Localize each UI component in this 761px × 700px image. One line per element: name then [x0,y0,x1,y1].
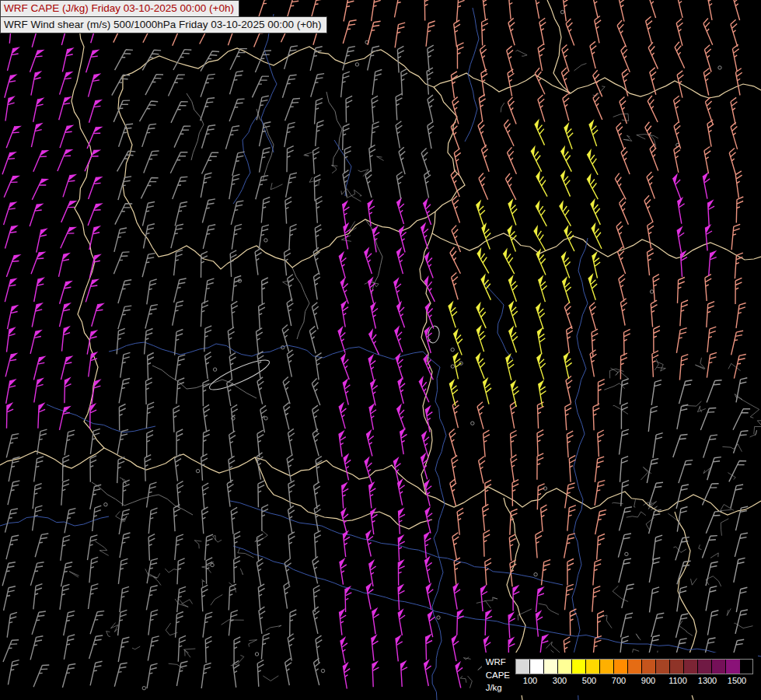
legend-tick: 1300 [698,676,717,685]
legend-swatch [600,660,614,674]
map-title-block: WRF CAPE (J/kg) Friday 03-10-2025 00:00 … [0,0,327,33]
legend-swatch [670,660,684,674]
legend-swatch [572,660,586,674]
wind-barbs [2,0,750,689]
legend-swatch [628,660,642,674]
legend-swatch [726,660,740,674]
legend-swatch [516,660,530,674]
station-circle [451,348,454,351]
legend-colorbar [515,659,753,674]
legend-tick: 500 [582,676,596,685]
legend-tick: 100 [523,676,537,685]
legend-swatch [698,660,712,674]
station-circle [560,10,564,13]
legend-unit-label: J/kg [486,682,510,694]
station-circle [264,417,267,420]
legend-swatch [642,660,656,674]
legend-swatch [586,660,600,674]
legend-swatch [544,660,558,674]
terrain-contours [69,51,761,695]
legend-swatch [712,660,726,674]
station-circle [142,687,145,690]
station-circle [255,653,258,656]
station-circle [104,503,107,506]
station-circle [534,572,537,576]
station-circle [321,669,324,672]
rivers [0,8,761,700]
legend-swatch [656,660,670,674]
legend-swatch [530,660,544,674]
legend-tick: 1500 [728,676,746,685]
station-circle [650,290,653,293]
station-circle [451,365,454,368]
title-line-shear: WRF Wind shear (m/s) 500/1000hPa Friday … [0,16,327,33]
legend-tick: 900 [641,676,655,685]
legend-title-column: WRF CAPE J/kg [486,656,510,694]
station-circle [264,239,267,242]
station-circle [196,469,199,472]
legend-param-label: CAPE [486,670,510,681]
station-circle [213,368,216,371]
weather-map-stage: WRF CAPE (J/kg) Friday 03-10-2025 00:00 … [0,0,761,700]
map-canvas [0,0,761,700]
station-circle [625,552,628,555]
legend-swatch [614,660,628,674]
cape-legend: WRF CAPE J/kg 10030050070090011001300150… [482,653,758,695]
legend-model-label: WRF [486,656,510,668]
legend-scale: 100300500700900110013001500 [515,655,753,686]
station-circle [355,63,358,66]
legend-swatch [684,660,698,674]
title-line-cape: WRF CAPE (J/kg) Friday 03-10-2025 00:00 … [0,0,239,17]
legend-tick: 300 [553,676,567,685]
legend-tick: 1100 [668,676,687,685]
legend-tick: 700 [612,676,626,685]
station-circle [211,563,214,566]
legend-swatch [558,660,572,674]
station-circle [437,616,440,619]
legend-tick-row: 100300500700900110013001500 [515,674,753,686]
lakes [207,325,441,394]
station-circle [718,66,721,69]
station-circle [471,422,474,425]
